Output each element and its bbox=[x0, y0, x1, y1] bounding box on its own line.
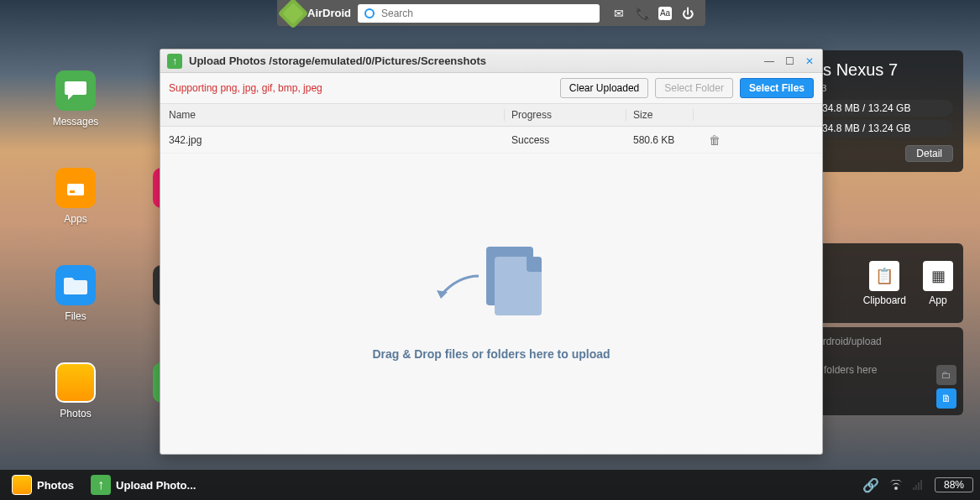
table-row[interactable]: 342.jpg Success 580.6 KB 🗑 bbox=[160, 127, 822, 154]
svg-rect-3 bbox=[915, 485, 917, 490]
brand-text: AirDroid bbox=[307, 7, 351, 19]
upload-path: /airdroid/upload bbox=[812, 336, 955, 347]
font-icon[interactable]: Aa bbox=[658, 7, 672, 20]
column-progress: Progress bbox=[505, 109, 626, 121]
svg-rect-1 bbox=[70, 190, 75, 193]
files-icon bbox=[55, 265, 96, 305]
wifi-icon[interactable] bbox=[889, 480, 903, 490]
upload-taskbar-icon: ↑ bbox=[91, 475, 111, 495]
photos-icon bbox=[55, 362, 96, 403]
desktop-icon-apps[interactable]: Apps bbox=[50, 168, 101, 225]
airdroid-logo-icon bbox=[278, 0, 309, 29]
upload-dialog: ↑ Upload Photos /storage/emulated/0/Pict… bbox=[160, 49, 823, 455]
file-upload-icon[interactable]: 🗎 bbox=[936, 388, 956, 409]
device-title: us Nexus 7 bbox=[814, 60, 953, 80]
mail-icon[interactable]: ✉ bbox=[611, 6, 626, 21]
search-box[interactable] bbox=[358, 4, 600, 23]
tools-panel: 📋 Clipboard ▦ App bbox=[804, 243, 963, 323]
file-progress: Success bbox=[505, 134, 626, 146]
svg-rect-0 bbox=[67, 184, 84, 195]
search-input[interactable] bbox=[381, 8, 593, 19]
messages-icon bbox=[55, 70, 96, 111]
taskbar-label: Upload Photo... bbox=[116, 479, 196, 492]
photos-taskbar-icon bbox=[12, 475, 32, 495]
desktop-label: Photos bbox=[50, 408, 101, 419]
desktop-label: Files bbox=[50, 310, 101, 322]
apps-icon bbox=[55, 168, 96, 208]
clipboard-tool[interactable]: 📋 Clipboard bbox=[863, 261, 906, 306]
detail-button[interactable]: Detail bbox=[905, 145, 953, 162]
link-icon[interactable]: 🔗 bbox=[862, 477, 879, 493]
desktop-icon-photos[interactable]: Photos bbox=[50, 362, 101, 419]
taskbar-item-photos[interactable]: Photos bbox=[7, 473, 79, 497]
table-header: Name Progress Size bbox=[160, 103, 822, 127]
file-name: 342.jpg bbox=[160, 134, 505, 146]
device-info-panel: us Nexus 7 4.3 34.8 MB / 13.24 GB 34.8 M… bbox=[804, 50, 963, 172]
column-size: Size bbox=[626, 109, 694, 121]
close-icon[interactable]: ✕ bbox=[804, 55, 815, 67]
svg-rect-4 bbox=[918, 482, 920, 490]
desktop-icon-messages[interactable]: Messages bbox=[50, 70, 101, 128]
maximize-icon[interactable]: ☐ bbox=[783, 55, 795, 67]
topbar-actions: ✉ 📞 Aa ⏻ bbox=[606, 6, 700, 21]
desktop-label: Apps bbox=[50, 213, 101, 225]
top-bar: AirDroid ✉ 📞 Aa ⏻ bbox=[277, 0, 705, 26]
tool-label: App bbox=[923, 294, 953, 306]
folder-icon[interactable]: 🗀 bbox=[936, 365, 956, 385]
signal-icon[interactable] bbox=[913, 480, 925, 490]
storage-stat: 34.8 MB / 13.24 GB bbox=[814, 120, 953, 137]
drop-zone[interactable]: Drag & Drop files or folders here to upl… bbox=[160, 154, 822, 454]
phone-icon[interactable]: 📞 bbox=[635, 6, 650, 21]
desktop-label: Messages bbox=[50, 116, 101, 128]
arrow-icon bbox=[432, 272, 483, 305]
dialog-toolbar: Supporting png, jpg, gif, bmp, jpeg Clea… bbox=[160, 73, 822, 103]
drop-hint: Drag & Drop files or folders here to upl… bbox=[372, 347, 610, 361]
file-size: 580.6 KB bbox=[626, 134, 694, 146]
clipboard-icon: 📋 bbox=[869, 261, 899, 291]
select-folder-button[interactable]: Select Folder bbox=[655, 78, 733, 98]
column-name: Name bbox=[160, 109, 505, 121]
taskbar-item-upload[interactable]: ↑ Upload Photo... bbox=[86, 473, 201, 497]
battery-indicator[interactable]: 88% bbox=[935, 477, 973, 492]
app-tool-icon: ▦ bbox=[923, 261, 953, 291]
dialog-title: Upload Photos /storage/emulated/0/Pictur… bbox=[189, 55, 757, 67]
desktop-icon-files[interactable]: Files bbox=[50, 265, 101, 322]
svg-rect-2 bbox=[913, 487, 914, 490]
device-version: 4.3 bbox=[814, 83, 953, 93]
storage-stat: 34.8 MB / 13.24 GB bbox=[814, 100, 953, 117]
minimize-icon[interactable]: — bbox=[763, 55, 775, 67]
brand-logo[interactable]: AirDroid bbox=[282, 3, 351, 24]
svg-rect-5 bbox=[920, 480, 922, 490]
clear-uploaded-button[interactable]: Clear Uploaded bbox=[560, 78, 648, 98]
taskbar-label: Photos bbox=[37, 479, 74, 492]
app-tool[interactable]: ▦ App bbox=[923, 261, 953, 306]
trash-icon[interactable]: 🗑 bbox=[694, 133, 721, 147]
select-files-button[interactable]: Select Files bbox=[740, 78, 814, 98]
upload-hint: or folders here bbox=[812, 364, 955, 376]
taskbar-status: 🔗 88% bbox=[862, 477, 973, 493]
upload-path-panel: /airdroid/upload or folders here 🗀 🗎 bbox=[804, 327, 963, 415]
drop-illustration bbox=[432, 247, 550, 322]
taskbar: Photos ↑ Upload Photo... 🔗 88% bbox=[0, 470, 980, 500]
search-icon bbox=[364, 8, 375, 18]
tool-label: Clipboard bbox=[863, 294, 906, 306]
upload-icon: ↑ bbox=[167, 54, 182, 69]
dialog-titlebar[interactable]: ↑ Upload Photos /storage/emulated/0/Pict… bbox=[160, 49, 822, 73]
power-icon[interactable]: ⏻ bbox=[680, 6, 695, 21]
supported-formats: Supporting png, jpg, gif, bmp, jpeg bbox=[169, 82, 553, 94]
